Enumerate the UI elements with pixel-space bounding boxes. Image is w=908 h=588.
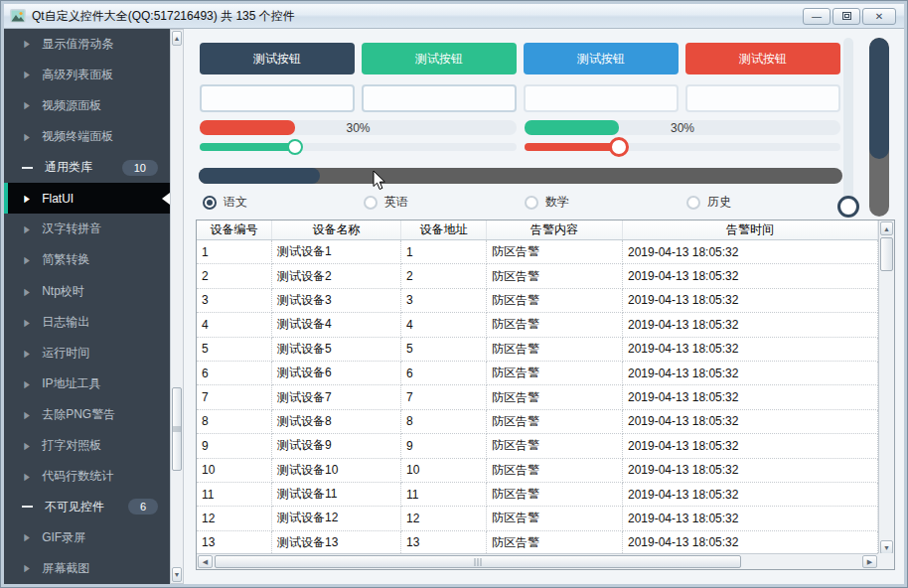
sidebar-item-IP地址工具[interactable]: ▶IP地址工具 <box>4 368 170 399</box>
column-header-3[interactable]: 设备地址 <box>401 220 487 239</box>
expand-arrow-icon: ▶ <box>24 70 30 80</box>
radio-label: 数学 <box>545 194 569 211</box>
slider-2[interactable] <box>525 143 840 151</box>
column-header-2[interactable]: 设备名称 <box>272 220 401 239</box>
table-row-6[interactable]: 6测试设备66防区告警2019-04-13 18:05:32 <box>197 362 894 385</box>
close-button[interactable]: ✕ <box>862 8 896 25</box>
table-row-9[interactable]: 9测试设备99防区告警2019-04-13 18:05:32 <box>197 434 894 458</box>
table-cell: 2019-04-13 18:05:32 <box>623 531 878 555</box>
table-row-10[interactable]: 10测试设备1010防区告警2019-04-13 18:05:32 <box>197 459 894 483</box>
table-row-13[interactable]: 13测试设备1313防区告警2019-04-13 18:05:32 <box>197 531 894 555</box>
table-row-11[interactable]: 11测试设备1111防区告警2019-04-13 18:05:32 <box>197 483 894 507</box>
table-cell: 12 <box>401 507 487 530</box>
scrollbar-thumb[interactable] <box>880 237 893 271</box>
text-input-4[interactable] <box>685 84 840 112</box>
sidebar-item-label: 简繁转换 <box>42 251 89 268</box>
table-horizontal-scrollbar[interactable]: ◀ ▶ <box>197 553 878 569</box>
radio-unchecked-icon <box>525 196 538 210</box>
table-cell: 防区告警 <box>487 410 623 434</box>
table-row-2[interactable]: 2测试设备22防区告警2019-04-13 18:05:32 <box>197 264 894 288</box>
table-row-3[interactable]: 3测试设备33防区告警2019-04-13 18:05:32 <box>197 289 894 313</box>
sidebar-item-高级列表面板[interactable]: ▶高级列表面板 <box>4 60 170 90</box>
test-button-4[interactable]: 测试按钮 <box>685 43 840 74</box>
sidebar-item-去除PNG警告[interactable]: ▶去除PNG警告 <box>4 399 170 430</box>
titlebar[interactable]: Qt自定义控件大全(QQ:517216493) 共 135 个控件 — ✕ <box>4 4 904 29</box>
sidebar-item-日志输出[interactable]: ▶日志输出 <box>4 307 170 338</box>
maximize-button[interactable] <box>832 8 860 25</box>
sidebar-item-屏幕截图[interactable]: ▶屏幕截图 <box>4 553 170 584</box>
text-input-2[interactable] <box>362 84 517 112</box>
sidebar-item-运行时间[interactable]: ▶运行时间 <box>4 338 170 368</box>
table-row-1[interactable]: 1测试设备11防区告警2019-04-13 18:05:32 <box>197 240 894 264</box>
minimize-button[interactable]: — <box>803 8 831 25</box>
table-cell: 测试设备13 <box>272 531 401 555</box>
slider-handle[interactable] <box>609 137 629 157</box>
sidebar-item-简繁转换[interactable]: ▶简繁转换 <box>4 244 170 275</box>
sidebar-item-视频终端面板[interactable]: ▶视频终端面板 <box>4 121 170 152</box>
sidebar-item-打字对照板[interactable]: ▶打字对照板 <box>4 430 170 461</box>
table-cell: 2019-04-13 18:05:32 <box>623 240 878 264</box>
table-body: 1测试设备11防区告警2019-04-13 18:05:322测试设备22防区告… <box>197 240 894 555</box>
table-vertical-scrollbar[interactable]: ▲ ▼ <box>878 220 894 555</box>
scroll-right-arrow[interactable]: ▶ <box>862 555 877 568</box>
radio-option-3[interactable]: 数学 <box>525 194 569 211</box>
expand-arrow-icon: ▶ <box>24 348 30 359</box>
scroll-up-arrow[interactable]: ▲ <box>880 221 893 235</box>
sidebar-item-视频源面板[interactable]: ▶视频源面板 <box>4 90 170 121</box>
sidebar-item-FlatUI[interactable]: ▶FlatUI <box>4 183 170 214</box>
window-controls: — ✕ <box>803 8 896 25</box>
scrollbar-thumb[interactable] <box>215 555 741 568</box>
styled-scrollbar-thumb[interactable] <box>199 168 320 184</box>
column-header-4[interactable]: 告警内容 <box>487 220 623 239</box>
sidebar-item-不可见控件[interactable]: 不可见控件6 <box>4 492 170 522</box>
table-cell: 防区告警 <box>487 289 623 313</box>
radio-unchecked-icon <box>364 196 378 210</box>
table-row-12[interactable]: 12测试设备1212防区告警2019-04-13 18:05:32 <box>197 507 894 530</box>
scroll-down-arrow[interactable]: ▼ <box>880 540 893 554</box>
column-header-5[interactable]: 告警时间 <box>623 220 878 239</box>
text-input-1[interactable] <box>200 84 355 112</box>
sidebar-item-汉字转拼音[interactable]: ▶汉字转拼音 <box>4 214 170 244</box>
text-input-3[interactable] <box>524 84 679 112</box>
test-button-2[interactable]: 测试按钮 <box>362 43 517 74</box>
sidebar-item-通用类库[interactable]: 通用类库10 <box>4 152 170 183</box>
table-row-7[interactable]: 7测试设备77防区告警2019-04-13 18:05:32 <box>197 385 894 409</box>
table-cell: 防区告警 <box>487 483 623 507</box>
sidebar-item-label: Ntp校时 <box>42 283 84 300</box>
table-cell: 防区告警 <box>487 313 623 337</box>
window-title: Qt自定义控件大全(QQ:517216493) 共 135 个控件 <box>32 8 295 25</box>
test-button-3[interactable]: 测试按钮 <box>524 43 679 74</box>
radio-option-2[interactable]: 英语 <box>364 194 408 211</box>
vertical-slider[interactable] <box>843 38 853 217</box>
radio-label: 语文 <box>224 194 247 211</box>
scroll-down-arrow[interactable]: ▼ <box>172 567 182 582</box>
sidebar-scrollbar[interactable]: ▲ ▼ <box>170 29 184 584</box>
radio-option-1[interactable]: 语文 <box>203 194 247 211</box>
table-cell: 8 <box>401 410 487 434</box>
column-header-1[interactable]: 设备编号 <box>197 220 272 239</box>
sidebar-item-显示值滑动条[interactable]: ▶显示值滑动条 <box>4 29 170 60</box>
sidebar-item-Ntp校时[interactable]: ▶Ntp校时 <box>4 276 170 307</box>
slider-fill <box>525 143 619 151</box>
alarm-table: 设备编号设备名称设备地址告警内容告警时间 1测试设备11防区告警2019-04-… <box>196 220 895 570</box>
scroll-left-arrow[interactable]: ◀ <box>198 555 213 568</box>
count-badge: 10 <box>122 160 158 176</box>
table-cell: 2019-04-13 18:05:32 <box>623 459 878 483</box>
collapse-icon <box>22 167 33 169</box>
table-cell: 4 <box>197 313 272 337</box>
test-button-1[interactable]: 测试按钮 <box>200 43 355 74</box>
table-header[interactable]: 设备编号设备名称设备地址告警内容告警时间 <box>197 220 894 240</box>
table-row-5[interactable]: 5测试设备55防区告警2019-04-13 18:05:32 <box>197 338 894 362</box>
slider-handle[interactable] <box>287 139 303 155</box>
slider-1[interactable] <box>200 143 517 151</box>
table-row-4[interactable]: 4测试设备44防区告警2019-04-13 18:05:32 <box>197 313 894 337</box>
scroll-up-arrow[interactable]: ▲ <box>172 31 182 46</box>
styled-scrollbar-widget[interactable] <box>199 168 842 184</box>
table-cell: 3 <box>401 289 487 313</box>
sidebar-item-GIF录屏[interactable]: ▶GIF录屏 <box>4 522 170 553</box>
sidebar-item-代码行数统计[interactable]: ▶代码行数统计 <box>4 461 170 492</box>
table-row-8[interactable]: 8测试设备88防区告警2019-04-13 18:05:32 <box>197 410 894 434</box>
vertical-slider-handle[interactable] <box>837 196 859 218</box>
radio-option-4[interactable]: 历史 <box>686 194 731 211</box>
scrollbar-thumb[interactable] <box>172 387 182 471</box>
